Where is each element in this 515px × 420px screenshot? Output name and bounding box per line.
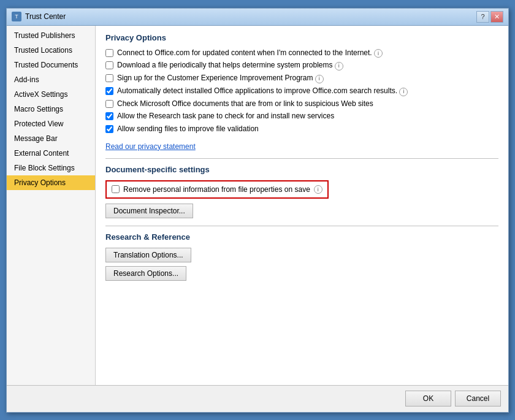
info-icon-4: i <box>399 88 408 96</box>
checkbox-remove-personal[interactable] <box>112 185 120 193</box>
research-section-title: Research & Reference <box>105 232 498 242</box>
cancel-button[interactable]: Cancel <box>455 391 501 407</box>
sidebar-item-protected-view[interactable]: Protected View <box>7 116 95 131</box>
checkbox-research-task[interactable] <box>105 112 113 120</box>
main-content: Privacy Options Connect to Office.com fo… <box>96 26 508 385</box>
research-buttons: Translation Options... Research Options.… <box>105 248 498 281</box>
sidebar-item-file-block-settings[interactable]: File Block Settings <box>7 161 95 175</box>
checkbox-row-1: Connect to Office.com for updated conten… <box>105 48 498 58</box>
translation-options-button[interactable]: Translation Options... <box>105 248 191 262</box>
sidebar-item-activex-settings[interactable]: ActiveX Settings <box>7 87 95 102</box>
privacy-statement-link[interactable]: Read our privacy statement <box>105 142 196 151</box>
info-icon-2: i <box>335 62 343 71</box>
divider-2 <box>105 226 498 226</box>
sidebar-item-add-ins[interactable]: Add-ins <box>7 72 95 87</box>
checkbox-remove-label: Remove personal information from file pr… <box>123 185 310 194</box>
privacy-section-title: Privacy Options <box>105 33 498 42</box>
checkbox-label-5: Check Microsoft Office documents that ar… <box>117 99 373 109</box>
sidebar-item-macro-settings[interactable]: Macro Settings <box>7 102 95 116</box>
checkbox-label-2: Download a file periodically that helps … <box>117 61 343 71</box>
info-icon-1: i <box>374 49 383 58</box>
checkbox-download-file[interactable] <box>105 61 113 69</box>
help-button[interactable]: ? <box>476 11 489 23</box>
dialog-body: Trusted Publishers Trusted Locations Tru… <box>7 26 508 385</box>
divider-1 <box>105 158 498 159</box>
sidebar-item-trusted-publishers[interactable]: Trusted Publishers <box>7 28 95 43</box>
doc-specific-title: Document-specific settings <box>105 165 498 174</box>
ok-button[interactable]: OK <box>405 391 451 407</box>
checkbox-check-microsoft[interactable] <box>105 100 113 108</box>
sidebar-item-privacy-options[interactable]: Privacy Options <box>7 175 95 190</box>
checkbox-label-7: Allow sending files to improve file vali… <box>117 124 259 134</box>
sidebar-item-message-bar[interactable]: Message Bar <box>7 131 95 146</box>
doc-specific-box: Remove personal information from file pr… <box>105 180 329 199</box>
checkbox-row-7: Allow sending files to improve file vali… <box>105 124 498 134</box>
document-inspector-button[interactable]: Document Inspector... <box>105 204 193 218</box>
checkbox-office-connect[interactable] <box>105 49 113 57</box>
research-section: Research & Reference Translation Options… <box>105 232 498 281</box>
title-bar-left: T Trust Center <box>12 12 66 21</box>
checkbox-label-6: Allow the Research task pane to check fo… <box>117 112 334 121</box>
title-bar: T Trust Center ? ✕ <box>7 9 508 26</box>
doc-specific-section: Document-specific settings Remove person… <box>105 165 498 218</box>
checkbox-row-3: Sign up for the Customer Experience Impr… <box>105 74 498 83</box>
sidebar-item-trusted-documents[interactable]: Trusted Documents <box>7 58 95 72</box>
checkbox-row-6: Allow the Research task pane to check fo… <box>105 112 498 121</box>
checkbox-row-5: Check Microsoft Office documents that ar… <box>105 99 498 109</box>
window-icon: T <box>12 12 21 21</box>
checkbox-customer-experience[interactable] <box>105 74 113 82</box>
close-button[interactable]: ✕ <box>490 11 503 23</box>
checkbox-label-3: Sign up for the Customer Experience Impr… <box>117 74 324 83</box>
info-icon-3: i <box>315 75 324 83</box>
checkbox-label-4: Automatically detect installed Office ap… <box>117 86 408 96</box>
checkbox-allow-sending[interactable] <box>105 125 113 133</box>
sidebar-item-external-content[interactable]: External Content <box>7 146 95 161</box>
checkbox-label-1: Connect to Office.com for updated conten… <box>117 48 383 58</box>
trust-center-dialog: T Trust Center ? ✕ Trusted Publishers Tr… <box>6 8 509 413</box>
dialog-footer: OK Cancel <box>7 385 508 412</box>
research-options-button[interactable]: Research Options... <box>105 266 186 281</box>
sidebar: Trusted Publishers Trusted Locations Tru… <box>7 26 96 385</box>
checkbox-row-4: Automatically detect installed Office ap… <box>105 86 498 96</box>
checkbox-auto-detect[interactable] <box>105 87 113 95</box>
sidebar-item-trusted-locations[interactable]: Trusted Locations <box>7 43 95 58</box>
info-icon-remove: i <box>314 185 322 194</box>
window-title: Trust Center <box>25 12 66 21</box>
title-bar-controls: ? ✕ <box>476 11 503 23</box>
checkbox-row-2: Download a file periodically that helps … <box>105 61 498 71</box>
